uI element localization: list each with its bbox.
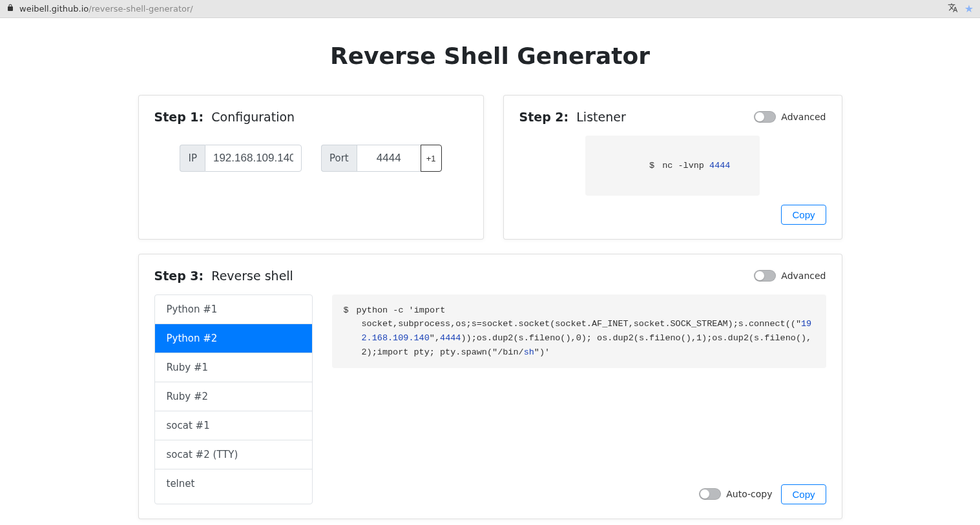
step3-title: Step 3: Reverse shell bbox=[154, 269, 293, 283]
port-input-group: Port +1 bbox=[321, 145, 442, 172]
step2-card: Step 2: Listener Advanced $nc -lvnp 4444… bbox=[503, 95, 842, 240]
lock-icon bbox=[6, 4, 14, 14]
list-item[interactable]: Ruby #2 bbox=[155, 382, 312, 411]
step3-card: Step 3: Reverse shell Advanced Python #1… bbox=[138, 254, 842, 519]
port-increment-button[interactable]: +1 bbox=[421, 145, 442, 172]
translate-icon[interactable] bbox=[948, 3, 958, 15]
ip-label: IP bbox=[180, 145, 204, 172]
bookmark-star-icon[interactable]: ★ bbox=[964, 3, 974, 15]
url-host: weibell.github.io bbox=[19, 4, 89, 14]
list-item[interactable]: Python #1 bbox=[155, 295, 312, 324]
step2-title: Step 2: Listener bbox=[519, 110, 626, 124]
shell-code: $python -c 'import socket,subprocess,os;… bbox=[332, 294, 826, 368]
url-text[interactable]: weibell.github.io/reverse-shell-generato… bbox=[19, 4, 948, 14]
toggle-icon bbox=[754, 111, 776, 123]
browser-address-bar: weibell.github.io/reverse-shell-generato… bbox=[0, 0, 980, 18]
step2-copy-button[interactable]: Copy bbox=[781, 205, 826, 225]
ip-input-group: IP bbox=[180, 145, 301, 172]
step3-advanced-toggle[interactable]: Advanced bbox=[754, 270, 826, 282]
list-item[interactable]: telnet bbox=[155, 469, 312, 498]
list-item[interactable]: Python #2 bbox=[155, 324, 312, 353]
ip-input[interactable] bbox=[205, 145, 302, 172]
port-label: Port bbox=[321, 145, 357, 172]
autocopy-toggle[interactable]: Auto-copy bbox=[699, 488, 772, 500]
toggle-icon bbox=[754, 270, 776, 282]
step2-advanced-toggle[interactable]: Advanced bbox=[754, 111, 826, 123]
port-input[interactable] bbox=[357, 145, 421, 172]
step1-title: Step 1: Configuration bbox=[154, 110, 295, 124]
step1-card: Step 1: Configuration IP Port +1 bbox=[138, 95, 484, 240]
shell-type-list[interactable]: Python #1Python #2Ruby #1Ruby #2socat #1… bbox=[154, 294, 313, 504]
prompt-icon: $ bbox=[344, 304, 349, 318]
list-item[interactable]: Ruby #1 bbox=[155, 353, 312, 382]
page-title: Reverse Shell Generator bbox=[138, 43, 842, 69]
listener-code: $nc -lvnp 4444 bbox=[585, 136, 760, 196]
list-item[interactable]: socat #1 bbox=[155, 411, 312, 440]
list-item[interactable]: socat #2 (TTY) bbox=[155, 440, 312, 469]
toggle-icon bbox=[699, 488, 721, 500]
prompt-icon: $ bbox=[649, 161, 654, 170]
url-path: /reverse-shell-generator/ bbox=[89, 4, 193, 14]
step3-copy-button[interactable]: Copy bbox=[781, 484, 826, 504]
